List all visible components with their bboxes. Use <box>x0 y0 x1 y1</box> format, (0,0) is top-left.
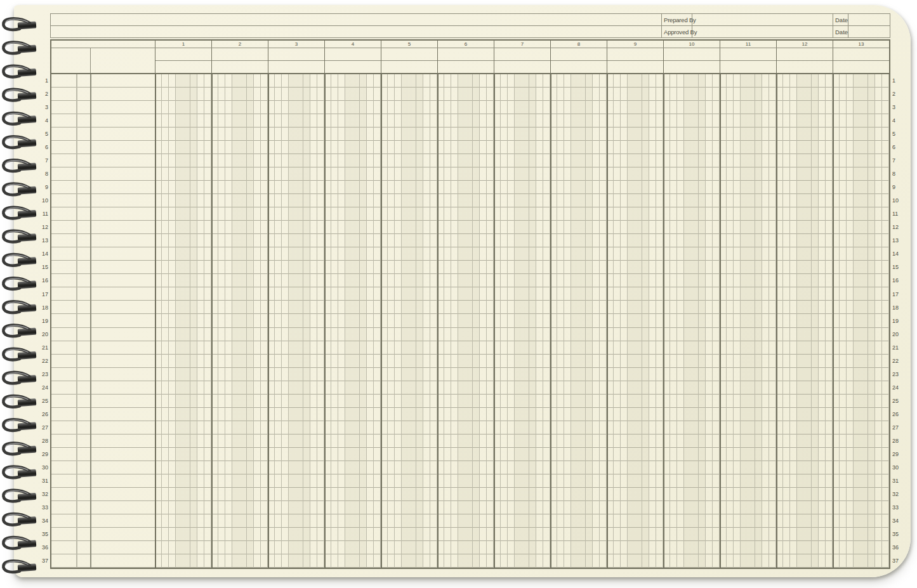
row-number-label: 30 <box>42 461 48 474</box>
prepared-by-value-field <box>692 14 833 25</box>
row-number-label: 5 <box>892 127 895 141</box>
row-number-label: 17 <box>892 288 899 301</box>
row-number-label: 11 <box>43 207 48 221</box>
column-header-cell <box>381 48 437 73</box>
row-number-label: 23 <box>42 368 48 381</box>
approved-by-date-value-field <box>848 26 890 37</box>
row-number-label: 24 <box>42 381 48 395</box>
column-number-label: 13 <box>833 41 889 48</box>
column-number-label: 6 <box>437 41 494 48</box>
row-number-label: 25 <box>42 395 48 408</box>
row-number-label: 22 <box>892 355 899 368</box>
column-number-label: 11 <box>720 41 776 48</box>
row-number-label: 36 <box>892 541 899 554</box>
row-number-label: 23 <box>892 368 899 381</box>
prepared-by-date-label: Date <box>833 14 848 25</box>
column-numbers-spacer <box>51 41 155 48</box>
row-number-label: 20 <box>42 328 48 341</box>
column-number-label: 7 <box>494 41 550 48</box>
row-number-label: 9 <box>892 181 895 194</box>
row-number-label: 1 <box>45 74 48 88</box>
row-number-label: 14 <box>42 247 48 261</box>
row-number-label: 7 <box>892 154 895 167</box>
column-header-cell <box>494 48 550 73</box>
row-number-label: 16 <box>42 274 48 287</box>
approval-strip: Prepared ByDateApproved ByDate <box>50 13 890 38</box>
column-number-label: 9 <box>607 41 663 48</box>
column-header-cell <box>268 48 324 73</box>
row-number-label: 3 <box>45 101 48 114</box>
column-header-cell <box>720 48 776 73</box>
column-number-label: 1 <box>155 41 211 48</box>
row-number-label: 12 <box>42 221 48 234</box>
column-header-row <box>51 48 889 74</box>
row-number-label: 17 <box>42 288 48 301</box>
row-number-label: 31 <box>42 474 48 488</box>
column-number-label: 8 <box>550 41 607 48</box>
column-number-label: 2 <box>211 41 268 48</box>
row-number-label: 25 <box>892 395 899 408</box>
row-number-label: 33 <box>42 501 48 514</box>
row-number-label: 36 <box>42 541 48 554</box>
row-number-label: 7 <box>45 154 48 167</box>
row-number-label: 10 <box>892 194 899 207</box>
row-numbers-left: 1234567891011121314151617181920212223242… <box>35 74 48 568</box>
row-number-label: 24 <box>892 381 899 395</box>
ledger-page: Prepared ByDateApproved ByDate 123456789… <box>14 5 911 577</box>
column-number-label: 4 <box>324 41 381 48</box>
row-number-label: 16 <box>892 274 899 287</box>
row-number-label: 6 <box>892 141 895 154</box>
strip-blank-area <box>51 14 661 25</box>
grid-amount-columns <box>155 74 889 568</box>
row-number-label: 21 <box>42 341 48 355</box>
row-number-label: 19 <box>892 315 899 328</box>
row-number-label: 34 <box>42 514 48 528</box>
row-number-label: 8 <box>892 167 895 181</box>
strip-blank-area <box>51 26 661 37</box>
row-number-label: 3 <box>892 101 895 114</box>
ledger-grid: 12345678910111213 <box>50 39 890 569</box>
row-number-label: 35 <box>892 528 899 541</box>
row-number-label: 18 <box>42 301 48 315</box>
row-number-label: 13 <box>892 234 899 247</box>
row-number-label: 4 <box>45 114 48 127</box>
row-number-label: 20 <box>892 328 899 341</box>
row-number-label: 1 <box>892 74 895 88</box>
row-number-label: 37 <box>42 554 48 568</box>
row-number-label: 2 <box>45 88 48 101</box>
row-number-label: 18 <box>892 301 899 315</box>
row-number-label: 21 <box>892 341 899 355</box>
column-header-cell <box>833 48 889 73</box>
row-number-label: 37 <box>892 554 899 568</box>
row-number-label: 19 <box>42 315 48 328</box>
row-number-label: 12 <box>892 221 899 234</box>
approved-by-label: Approved By <box>661 26 692 37</box>
column-number-label: 5 <box>381 41 437 48</box>
row-number-label: 28 <box>42 434 48 448</box>
column-header-cell <box>155 48 211 73</box>
row-number-label: 32 <box>42 488 48 501</box>
date-column-header <box>51 48 91 73</box>
prepared-by-label: Prepared By <box>661 14 692 25</box>
column-number-label: 10 <box>663 41 720 48</box>
column-header-cell <box>776 48 833 73</box>
row-number-label: 27 <box>42 421 48 434</box>
column-header-cell <box>211 48 268 73</box>
row-number-label: 2 <box>892 88 895 101</box>
row-number-label: 29 <box>42 448 48 461</box>
row-number-label: 6 <box>45 141 48 154</box>
column-header-cell <box>324 48 381 73</box>
ledger-photo: Prepared ByDateApproved ByDate 123456789… <box>0 0 917 588</box>
row-number-label: 32 <box>892 488 899 501</box>
amount-column-headers <box>155 48 889 73</box>
row-number-label: 5 <box>45 127 48 141</box>
row-number-label: 15 <box>42 261 48 274</box>
row-number-label: 30 <box>892 461 899 474</box>
column-header-cell <box>437 48 494 73</box>
grid-date-description-columns <box>51 74 155 568</box>
row-numbers-right: 1234567891011121314151617181920212223242… <box>892 74 906 568</box>
row-number-label: 4 <box>892 114 895 127</box>
row-number-label: 13 <box>42 234 48 247</box>
approval-strip-row: Prepared ByDate <box>51 14 890 25</box>
row-number-label: 35 <box>42 528 48 541</box>
